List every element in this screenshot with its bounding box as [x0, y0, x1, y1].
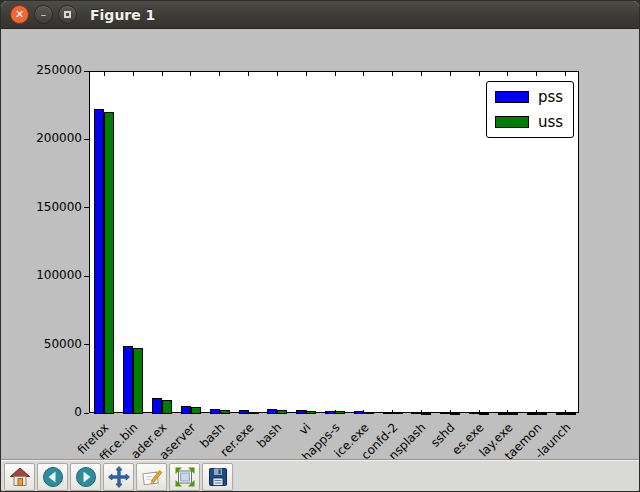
subplots-config-icon [173, 465, 197, 489]
y-tick-mark [84, 207, 89, 208]
y-tick-label: 150000 [3, 200, 82, 214]
x-tick-mark-top [248, 72, 249, 76]
x-tick-mark-top [335, 72, 336, 76]
save-floppy-icon [206, 465, 230, 489]
y-tick-mark [84, 71, 89, 72]
zoom-edit-icon [140, 465, 164, 489]
bar-uss-vi [306, 411, 316, 414]
save-button[interactable] [202, 463, 233, 491]
bar-uss-sshd [450, 413, 460, 415]
bar-uss-ffice.bin [133, 348, 143, 414]
legend-swatch-pss [495, 91, 529, 103]
bar-uss-happs-s [335, 411, 345, 414]
figure-canvas: pss uss 050000100000150000200000250000fi… [1, 29, 640, 459]
bar-uss-nsplash [421, 413, 431, 415]
y-tick-label: 50000 [3, 337, 82, 351]
title-bar[interactable]: ✕ – Figure 1 [1, 1, 639, 29]
x-tick-mark-top [133, 72, 134, 76]
y-tick-label: 250000 [3, 63, 82, 77]
bar-uss-ader.ex [162, 400, 172, 414]
back-button[interactable] [37, 463, 68, 491]
bar-uss-es.exe [479, 413, 489, 415]
legend-item-pss: pss [495, 88, 565, 106]
x-tick-mark-top [450, 72, 451, 76]
legend-label-uss: uss [538, 113, 563, 131]
bar-pss-ice.exe [354, 411, 364, 414]
bar-uss-taemon [537, 413, 547, 415]
bar-pss-taemon [527, 413, 537, 415]
bar-pss-lay.exe [498, 413, 508, 415]
bar-uss-bash [220, 410, 230, 414]
minimize-icon: – [41, 9, 47, 20]
close-button[interactable]: ✕ [10, 5, 29, 24]
subplots-button[interactable] [169, 463, 200, 491]
y-tick-mark [84, 413, 89, 414]
x-tick-mark-top [104, 72, 105, 76]
navigation-toolbar [1, 459, 640, 492]
close-icon: ✕ [15, 9, 24, 20]
bar-pss-bash [267, 409, 277, 414]
x-tick-mark-top [507, 72, 508, 76]
bar-uss-lay.exe [508, 413, 518, 415]
x-tick-mark-top [565, 72, 566, 76]
bar-uss-ice.exe [364, 412, 374, 414]
bar-uss-confd-2 [393, 412, 403, 414]
bar-pss-ader.ex [152, 398, 162, 414]
bar-pss-vi [296, 410, 306, 414]
x-tick-mark-top [363, 72, 364, 76]
x-tick-mark-top [479, 72, 480, 76]
home-icon [8, 465, 32, 489]
bar-pss-nsplash [411, 412, 421, 414]
bar-uss-bash [277, 410, 287, 414]
x-tick-mark-top [306, 72, 307, 76]
bar-uss-firefox [104, 112, 114, 414]
x-tick-mark-top [421, 72, 422, 76]
home-button[interactable] [4, 463, 35, 491]
bar-pss--launch [556, 413, 566, 415]
x-tick-mark-top [190, 72, 191, 76]
y-tick-mark [84, 139, 89, 140]
bar-pss-aserver [181, 406, 191, 414]
legend-label-pss: pss [538, 88, 563, 106]
y-tick-mark [84, 276, 89, 277]
forward-arrow-icon [74, 465, 98, 489]
bar-uss-rer.exe [249, 412, 259, 414]
x-tick-mark-top [162, 72, 163, 76]
bar-pss-bash [210, 409, 220, 414]
bar-pss-rer.exe [239, 410, 249, 414]
bar-pss-happs-s [325, 411, 335, 414]
pan-button[interactable] [103, 463, 134, 491]
legend-swatch-uss [495, 116, 529, 128]
zoom-button[interactable] [136, 463, 167, 491]
x-tick-mark-top [392, 72, 393, 76]
pan-move-icon [107, 465, 131, 489]
bar-pss-confd-2 [383, 412, 393, 414]
bar-uss--launch [566, 413, 576, 415]
bar-pss-es.exe [469, 412, 479, 414]
legend: pss uss [486, 81, 574, 138]
window-title: Figure 1 [90, 7, 155, 23]
maximize-button[interactable] [58, 5, 77, 24]
legend-item-uss: uss [495, 113, 565, 131]
bar-pss-ffice.bin [123, 346, 133, 414]
bar-pss-sshd [440, 412, 450, 414]
bar-pss-firefox [94, 109, 104, 414]
minimize-button[interactable]: – [34, 5, 53, 24]
y-tick-label: 200000 [3, 131, 82, 145]
y-tick-label: 0 [3, 405, 82, 419]
maximize-icon [64, 11, 71, 18]
x-tick-mark-top [219, 72, 220, 76]
y-tick-label: 100000 [3, 268, 82, 282]
bar-uss-aserver [191, 407, 201, 414]
figure-window: ✕ – Figure 1 pss uss 0500001000001500 [0, 0, 640, 492]
x-tick-mark-top [536, 72, 537, 76]
y-tick-mark [84, 344, 89, 345]
forward-button[interactable] [70, 463, 101, 491]
plot-area: pss uss [89, 71, 579, 413]
x-tick-mark-top [277, 72, 278, 76]
back-arrow-icon [41, 465, 65, 489]
